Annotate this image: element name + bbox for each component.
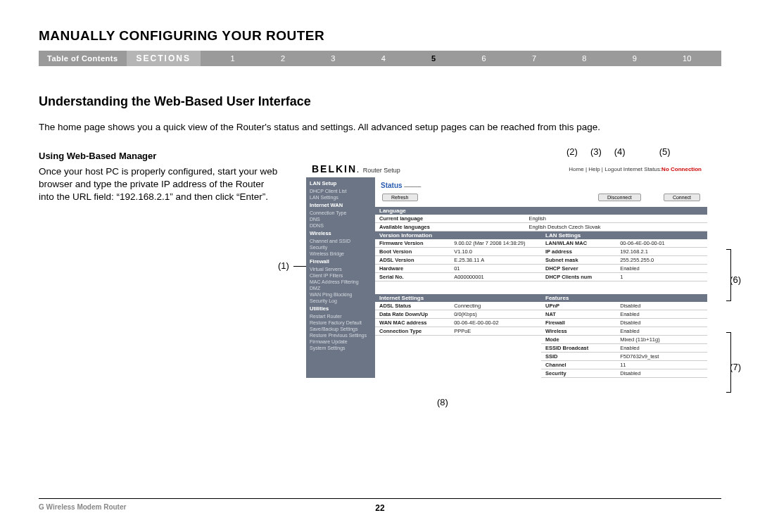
sidebar-item[interactable]: DDNS [306,222,375,229]
internet-header: Internet Settings [375,294,541,302]
table-row: ADSL VersionE.25.38.11 A [375,256,541,265]
sidebar-item[interactable]: Restart Router [306,313,375,319]
toc-link[interactable]: Table of Contents [39,54,127,63]
table-row: WAN MAC address00-06-4E-00-00-02 [375,319,541,327]
belkin-logo: BELKIN. Router Setup [312,163,400,175]
table-row: FirewallDisabled [541,319,707,327]
table-row: LAN/WLAN MAC00-06-4E-00-00-01 [541,239,707,248]
callout-8: (8) [437,397,448,407]
sidebar-item[interactable]: DHCP Client List [306,188,375,194]
subheading: Using Web-Based Manager [39,151,278,161]
sidebar-item[interactable]: Firmware Update [306,338,375,345]
internet-table: ADSL StatusConnectingData Rate Down/Up0/… [375,302,541,336]
sidebar-item[interactable]: Restore Factory Default [306,319,375,326]
table-row: ESSID BroadcastEnabled [541,344,707,353]
nav-section-1[interactable]: 1 [231,54,235,63]
sidebar-item[interactable]: Client IP Filters [306,272,375,279]
callout-3: (3) [590,146,602,157]
page-number: 22 [375,503,384,513]
features-table: UPnPDisabledNATEnabledFirewallDisabledWi… [541,302,707,378]
table-row: Connection TypePPPoE [375,327,541,336]
table-row: SecurityDisabled [541,369,707,378]
sidebar-item[interactable]: LAN Settings [306,194,375,201]
nav-section-2[interactable]: 2 [281,54,285,63]
sidebar-item[interactable]: Channel and SSID [306,238,375,244]
sidebar-item[interactable]: MAC Address Filtering [306,279,375,285]
nav-section-10[interactable]: 10 [683,54,691,63]
intro-text: The home page shows you a quick view of … [39,122,721,132]
sidebar-item[interactable]: Restore Previous Settings [306,332,375,338]
sidebar-item[interactable]: WAN Ping Blocking [306,291,375,298]
table-row: Serial No.A000000001 [375,273,541,281]
nav-section-8[interactable]: 8 [582,54,586,63]
router-sidebar[interactable]: LAN SetupDHCP Client ListLAN SettingsInt… [306,177,375,378]
callout-4: (4) [614,146,626,157]
table-row: DHCP ServerEnabled [541,265,707,273]
table-row: ModeMixed (11b+11g) [541,336,707,344]
table-row: WirelessEnabled [541,327,707,336]
sidebar-heading: Utilities [306,304,375,313]
nav-section-4[interactable]: 4 [381,54,386,63]
table-row: Available languagesEnglish Deutsch Czech… [375,223,707,232]
page-footer: G Wireless Modem Router 22 [39,498,721,511]
status-heading: Status ——— [375,177,707,191]
table-row: Hardware01 [375,265,541,273]
sidebar-heading: Firewall [306,257,375,266]
table-row: NATEnabled [541,310,707,319]
sidebar-heading: Wireless [306,229,375,238]
sidebar-item[interactable]: Security [306,244,375,251]
chapter-title: MANUALLY CONFIGURING YOUR ROUTER [39,28,721,44]
nav-section-3[interactable]: 3 [331,54,335,63]
sidebar-item[interactable]: Wireless Bridge [306,251,375,257]
table-row: UPnPDisabled [541,302,707,310]
version-header: Version Information [375,232,541,239]
section-navbar: Table of Contents SECTIONS 12345678910 [39,51,721,66]
version-table: Firmware Version9.00.02 (Mar 7 2008 14:3… [375,239,541,281]
callout-2: (2) [566,146,578,157]
lan-table: LAN/WLAN MAC00-06-4E-00-00-01IP address1… [541,239,707,281]
features-header: Features [541,294,707,302]
language-table: Current languageEnglishAvailable languag… [375,215,707,232]
callout-1: (1) [278,260,289,271]
table-row: Channel11 [541,361,707,369]
sidebar-item[interactable]: DNS [306,216,375,222]
table-row: SSIDF5D7632v9_test [541,353,707,361]
refresh-button[interactable]: Refresh [382,194,418,201]
table-row: Current languageEnglish [375,215,707,223]
sidebar-item[interactable]: Save/Backup Settings [306,326,375,332]
table-row: IP address192.168.2.1 [541,248,707,256]
table-row: Subnet mask255.255.255.0 [541,256,707,265]
sidebar-item[interactable]: Security Log [306,298,375,304]
table-row: Boot VersionV1.10.0 [375,248,541,256]
section-title: Understanding the Web-Based User Interfa… [39,94,721,109]
sidebar-item[interactable]: DMZ [306,285,375,291]
table-row: ADSL StatusConnecting [375,302,541,310]
callout-6: (6) [730,274,741,285]
language-header: Language [375,207,707,215]
connect-button[interactable]: Connect [664,194,700,201]
sidebar-item[interactable]: Virtual Servers [306,266,375,272]
sidebar-item[interactable]: System Settings [306,345,375,351]
callout-5: (5) [659,146,671,157]
body-text: Once your host PC is properly configured… [39,165,278,204]
table-row: DHCP Clients num1 [541,273,707,281]
table-row: Data Rate Down/Up0/0(Kbps) [375,310,541,319]
header-links[interactable]: Home | Help | Logout Internet Status:No … [569,166,702,172]
nav-section-9[interactable]: 9 [633,54,637,63]
disconnect-button[interactable]: Disconnect [598,194,641,201]
router-screenshot: BELKIN. Router Setup Home | Help | Logou… [306,159,707,378]
table-row: Firmware Version9.00.02 (Mar 7 2008 14:3… [375,239,541,248]
sections-label: SECTIONS [127,51,201,66]
lan-header: LAN Settings [541,232,707,239]
nav-section-6[interactable]: 6 [482,54,486,63]
callout-7: (7) [730,362,741,372]
sidebar-heading: LAN Setup [306,179,375,188]
product-name: G Wireless Modem Router [39,503,126,511]
sidebar-heading: Internet WAN [306,201,375,210]
nav-section-5[interactable]: 5 [431,54,436,63]
sidebar-item[interactable]: Connection Type [306,210,375,216]
nav-section-7[interactable]: 7 [532,54,536,63]
